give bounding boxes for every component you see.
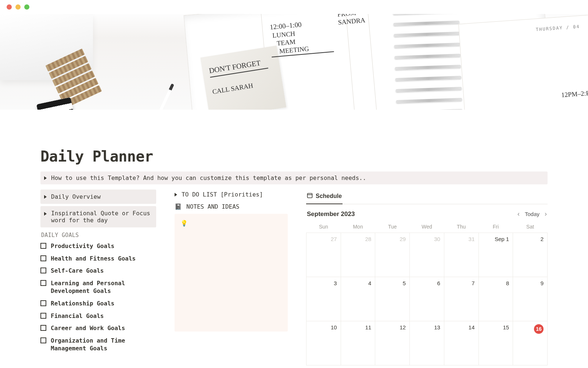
caret-right-icon [44, 212, 47, 216]
calendar-cell[interactable]: 9 [513, 277, 548, 321]
goal-item: Learning and Personal Development Goals [40, 279, 156, 295]
tab-schedule[interactable]: Schedule [306, 190, 343, 204]
today-indicator: 16 [534, 324, 544, 334]
heading-notes-and-ideas: 📓 NOTES AND IDEAS [175, 202, 288, 214]
calendar-cell[interactable]: 8 [478, 277, 513, 321]
goal-item: Relationship Goals [40, 300, 156, 308]
calendar-cell[interactable]: 3 [306, 277, 341, 321]
calendar-cell[interactable]: 6 [410, 277, 444, 321]
calendar-cell[interactable]: 2 [513, 233, 548, 277]
toggle-label: Daily Overview [51, 193, 101, 200]
checkbox[interactable] [40, 268, 46, 273]
notepad-icon: 📓 [175, 203, 182, 210]
calendar-cell[interactable]: 27 [306, 233, 341, 277]
calendar-cell[interactable]: 14 [444, 321, 478, 365]
calendar-cell[interactable]: Sep 1 [478, 233, 513, 277]
cover-image: DON'T FORGET CALL SARAH 12:00–1:00 LUNCH… [0, 14, 588, 110]
cover-text: 12PM–2:PM [561, 89, 588, 100]
lightbulb-icon: 💡 [180, 220, 188, 227]
calendar-cell[interactable]: 30 [410, 233, 444, 277]
goal-label: Productivity Goals [51, 242, 114, 250]
goal-label: Organization and Time Management Goals [51, 337, 156, 353]
traffic-light-close[interactable] [7, 4, 12, 10]
page-title: Daily Planner [40, 148, 548, 165]
toggle-daily-overview[interactable]: Daily Overview [40, 190, 156, 204]
calendar-cell[interactable]: 31 [444, 233, 478, 277]
cover-text: CALL SARAH [212, 81, 254, 96]
weekday-header: Fri [478, 222, 513, 233]
goal-label: Self-Care Goals [51, 267, 104, 275]
goal-label: Health and Fitness Goals [51, 255, 136, 263]
toggle-how-to-use[interactable]: How to use this Template? And how you ca… [40, 171, 548, 184]
checkbox[interactable] [40, 313, 46, 319]
goal-item: Financial Goals [40, 312, 156, 320]
weekday-header: Wed [410, 222, 444, 233]
tab-label: Schedule [316, 193, 342, 199]
weekday-header: Sun [306, 222, 341, 233]
calendar-cell[interactable]: 12 [375, 321, 410, 365]
calendar-cell[interactable]: 5 [375, 277, 410, 321]
traffic-light-minimize[interactable] [15, 4, 21, 10]
weekday-header: Mon [341, 222, 375, 233]
chevron-left-icon[interactable]: ‹ [517, 210, 520, 218]
goal-item: Career and Work Goals [40, 324, 156, 332]
caret-right-icon [44, 176, 47, 180]
checkbox[interactable] [40, 280, 46, 286]
goal-label: Financial Goals [51, 312, 104, 320]
checkbox[interactable] [40, 325, 46, 331]
calendar-cell[interactable]: 13 [410, 321, 444, 365]
checkbox[interactable] [40, 243, 46, 249]
checkbox[interactable] [40, 300, 46, 306]
view-tabs: Schedule [306, 190, 548, 204]
toggle-label: How to use this Template? And how you ca… [51, 174, 366, 181]
goal-item: Productivity Goals [40, 242, 156, 250]
calendar-cell[interactable]: 10 [306, 321, 341, 365]
cover-text: THURSDAY / 04 [536, 24, 580, 32]
goal-label: Career and Work Goals [51, 324, 125, 332]
goal-label: Relationship Goals [51, 300, 114, 308]
notes-label: NOTES AND IDEAS [186, 203, 240, 210]
calendar-icon [307, 192, 313, 200]
toggle-todo-list[interactable]: TO DO LIST [Priorities] [175, 190, 288, 202]
goal-item: Self-Care Goals [40, 267, 156, 275]
chevron-right-icon[interactable]: › [545, 210, 547, 218]
calendar-cell[interactable]: 15 [478, 321, 513, 365]
today-button[interactable]: Today [525, 211, 539, 217]
goal-item: Health and Fitness Goals [40, 255, 156, 263]
checkbox[interactable] [40, 337, 46, 343]
calendar-cell[interactable]: 7 [444, 277, 478, 321]
calendar-cell[interactable]: 16 [513, 321, 548, 365]
goal-label: Learning and Personal Development Goals [51, 279, 156, 295]
calendar-grid: SunMonTueWedThuFriSat 2728293031Sep 1234… [306, 222, 548, 365]
caret-right-icon [175, 193, 177, 197]
calendar-cell[interactable]: 11 [341, 321, 375, 365]
heading-daily-goals: DAILY GOALS [41, 232, 156, 238]
traffic-light-zoom[interactable] [24, 4, 29, 10]
calendar-cell[interactable]: 28 [341, 233, 375, 277]
weekday-header: Thu [444, 222, 478, 233]
checkbox[interactable] [40, 255, 46, 261]
toggle-inspirational-quote[interactable]: Inspirational Quote or Focus word for th… [40, 206, 156, 227]
notes-callout[interactable]: 💡 [175, 214, 288, 332]
svg-rect-0 [308, 194, 312, 198]
goal-item: Organization and Time Management Goals [40, 337, 156, 353]
caret-right-icon [44, 195, 47, 199]
calendar-cell[interactable]: 29 [375, 233, 410, 277]
toggle-label: TO DO LIST [Priorities] [182, 191, 263, 198]
weekday-header: Sat [513, 222, 548, 233]
weekday-header: Tue [375, 222, 410, 233]
calendar-month-label: September 2023 [307, 210, 355, 218]
calendar-cell[interactable]: 4 [341, 277, 375, 321]
window-titlebar [0, 0, 588, 14]
toggle-label: Inspirational Quote or Focus word for th… [51, 210, 153, 224]
